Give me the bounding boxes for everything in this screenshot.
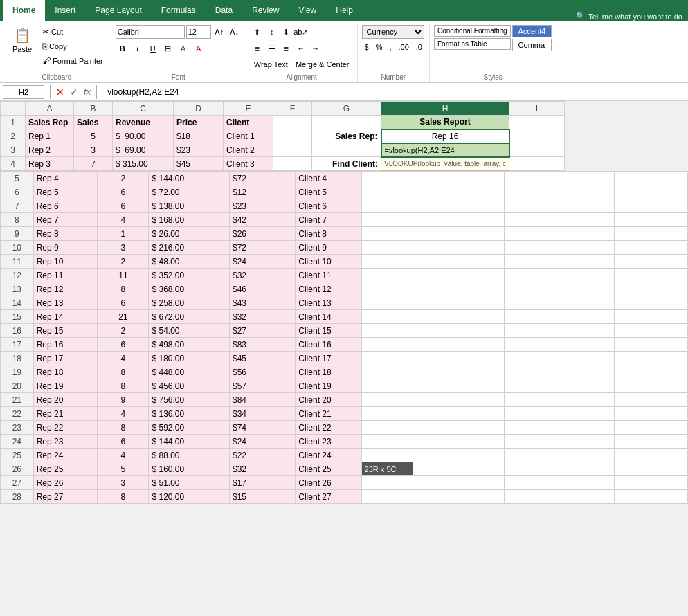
- col-header-I[interactable]: I: [509, 102, 565, 116]
- cell-H2[interactable]: Rep 16: [381, 129, 509, 143]
- cell-F7[interactable]: [361, 199, 413, 213]
- cell-E12[interactable]: Client 11: [296, 269, 361, 282]
- cell-I12[interactable]: [615, 269, 688, 282]
- align-bottom-button[interactable]: ⬇: [280, 25, 293, 39]
- row-header-19[interactable]: 19: [1, 365, 34, 379]
- cell-A27[interactable]: Rep 26: [33, 476, 98, 490]
- cell-I25[interactable]: [615, 449, 688, 462]
- cell-H21[interactable]: [505, 393, 615, 407]
- font-grow-button[interactable]: A↑: [212, 25, 226, 39]
- format-painter-button[interactable]: 🖌 Format Painter: [39, 54, 107, 68]
- cell-H23[interactable]: [505, 421, 615, 435]
- cell-B20[interactable]: 8: [98, 379, 149, 393]
- cell-H18[interactable]: [505, 352, 615, 365]
- cell-F28[interactable]: [361, 490, 413, 504]
- cell-A5[interactable]: Rep 4: [33, 172, 98, 185]
- row-header-8[interactable]: 8: [1, 213, 34, 227]
- row-header-11[interactable]: 11: [1, 255, 34, 269]
- fill-color-button[interactable]: A: [176, 42, 190, 55]
- cell-D18[interactable]: $45: [229, 352, 295, 365]
- font-shrink-button[interactable]: A↓: [228, 25, 242, 39]
- bold-button[interactable]: B: [116, 42, 129, 55]
- cell-H7[interactable]: [505, 199, 615, 213]
- cell-G5[interactable]: [413, 172, 504, 185]
- cell-C26[interactable]: $ 160.00: [149, 462, 230, 476]
- cell-F2[interactable]: [273, 129, 312, 143]
- cell-I14[interactable]: [615, 296, 688, 310]
- cell-F22[interactable]: [361, 407, 413, 421]
- cell-D24[interactable]: $24: [229, 435, 295, 449]
- align-right-button[interactable]: ≡: [280, 42, 293, 55]
- border-button[interactable]: ⊟: [161, 42, 175, 55]
- cell-A12[interactable]: Rep 11: [33, 269, 98, 282]
- cell-A19[interactable]: Rep 18: [33, 365, 98, 379]
- cell-D23[interactable]: $74: [229, 421, 295, 435]
- col-header-H[interactable]: H: [381, 102, 509, 116]
- cell-B17[interactable]: 6: [98, 338, 149, 352]
- format-as-table-button[interactable]: Format as Table: [434, 38, 511, 50]
- cell-D2[interactable]: $18: [174, 129, 224, 143]
- cell-D1[interactable]: Price: [174, 116, 224, 129]
- tab-insert[interactable]: Insert: [45, 0, 85, 21]
- row-header-27[interactable]: 27: [1, 476, 34, 490]
- cell-C25[interactable]: $ 88.00: [149, 449, 230, 462]
- cell-D21[interactable]: $84: [229, 393, 295, 407]
- cell-C10[interactable]: $ 216.00: [149, 241, 230, 255]
- row-header-6[interactable]: 6: [1, 185, 34, 199]
- fx-button[interactable]: fx: [81, 87, 93, 97]
- cell-I2[interactable]: [509, 129, 565, 143]
- cell-I23[interactable]: [615, 421, 688, 435]
- accent4-button[interactable]: Accent4: [512, 25, 552, 37]
- cell-G17[interactable]: [413, 338, 504, 352]
- cell-B24[interactable]: 6: [98, 435, 149, 449]
- cell-G21[interactable]: [413, 393, 504, 407]
- cell-C3[interactable]: $ 69.00: [113, 143, 174, 157]
- increase-decimal-button[interactable]: .00: [396, 42, 412, 53]
- cell-A24[interactable]: Rep 23: [33, 435, 98, 449]
- cell-G20[interactable]: [413, 379, 504, 393]
- cell-I19[interactable]: [615, 365, 688, 379]
- cell-D4[interactable]: $45: [174, 157, 224, 171]
- cell-C19[interactable]: $ 448.00: [149, 365, 230, 379]
- col-header-E[interactable]: E: [224, 102, 273, 116]
- cell-G4[interactable]: Find Client:: [312, 157, 381, 171]
- cell-I1[interactable]: [509, 116, 565, 129]
- cell-C18[interactable]: $ 180.00: [149, 352, 230, 365]
- cell-D11[interactable]: $24: [229, 255, 295, 269]
- cell-H25[interactable]: [505, 449, 615, 462]
- row-header-16[interactable]: 16: [1, 324, 34, 338]
- dollar-button[interactable]: $: [362, 42, 372, 53]
- cell-B7[interactable]: 6: [98, 199, 149, 213]
- cell-D16[interactable]: $27: [229, 324, 295, 338]
- tab-help[interactable]: Help: [326, 0, 363, 21]
- cell-G9[interactable]: [413, 227, 504, 241]
- cell-A22[interactable]: Rep 21: [33, 407, 98, 421]
- cell-F13[interactable]: [361, 282, 413, 296]
- cell-F15[interactable]: [361, 310, 413, 324]
- row-header-3[interactable]: 3: [1, 143, 26, 157]
- cut-button[interactable]: ✂ Cut: [39, 25, 107, 39]
- cell-F25[interactable]: [361, 449, 413, 462]
- cell-I10[interactable]: [615, 241, 688, 255]
- cell-F5[interactable]: [361, 172, 413, 185]
- row-header-9[interactable]: 9: [1, 227, 34, 241]
- cell-H6[interactable]: [505, 185, 615, 199]
- cell-D28[interactable]: $15: [229, 490, 295, 504]
- formula-input[interactable]: [100, 87, 685, 97]
- cell-E1[interactable]: Client: [224, 116, 273, 129]
- cell-C28[interactable]: $ 120.00: [149, 490, 230, 504]
- cell-G25[interactable]: [413, 449, 504, 462]
- confirm-button[interactable]: ✓: [67, 87, 81, 98]
- cell-E27[interactable]: Client 26: [296, 476, 361, 490]
- cell-C24[interactable]: $ 144.00: [149, 435, 230, 449]
- cell-I8[interactable]: [615, 213, 688, 227]
- cell-E16[interactable]: Client 15: [296, 324, 361, 338]
- cell-H14[interactable]: [505, 296, 615, 310]
- font-size-input[interactable]: [186, 25, 211, 39]
- cell-E10[interactable]: Client 9: [296, 241, 361, 255]
- row-header-4[interactable]: 4: [1, 157, 26, 171]
- cell-C6[interactable]: $ 72.00: [149, 185, 230, 199]
- cell-D27[interactable]: $17: [229, 476, 295, 490]
- cell-G2[interactable]: Sales Rep:: [312, 129, 381, 143]
- col-header-F[interactable]: F: [273, 102, 312, 116]
